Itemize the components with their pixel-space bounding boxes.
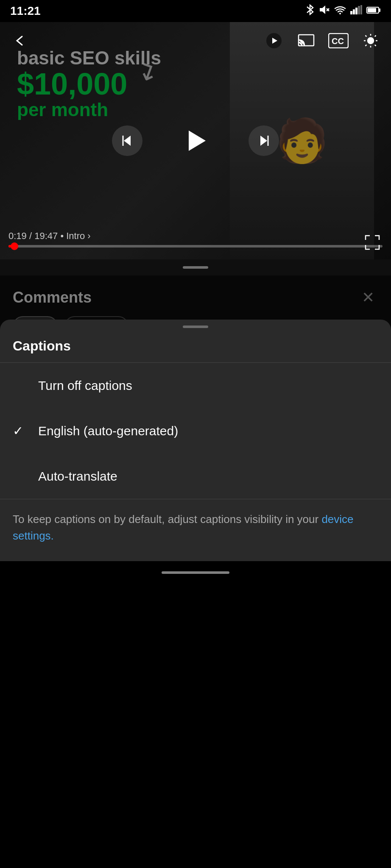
- captions-english-option[interactable]: ✓ English (auto-generated): [0, 408, 391, 453]
- skip-forward-button[interactable]: [249, 125, 279, 156]
- chapter-separator: •: [60, 231, 66, 241]
- captions-footer-text: To keep captions on by default, adjust c…: [13, 513, 321, 526]
- play-toggle-button[interactable]: [262, 29, 286, 53]
- home-indicator-area: [0, 561, 391, 586]
- top-controls: CC: [0, 22, 391, 59]
- captions-autotranslate-label: Auto-translate: [38, 469, 117, 484]
- captions-english-label: English (auto-generated): [38, 424, 178, 438]
- captions-turn-off-label: Turn off captions: [38, 378, 132, 393]
- svg-rect-8: [360, 5, 362, 14]
- captions-header: Captions: [0, 328, 391, 362]
- svg-marker-20: [189, 131, 206, 151]
- wifi-icon: [334, 5, 346, 17]
- signal-icon: [350, 5, 362, 17]
- close-button[interactable]: ✕: [358, 287, 378, 308]
- svg-text:CC: CC: [332, 36, 344, 46]
- video-player: 🧑 ↴ basic SEO skills $10,000 per month: [0, 22, 391, 259]
- battery-icon: [366, 6, 381, 17]
- svg-marker-21: [260, 136, 267, 146]
- sheet-drag-handle-area: [0, 259, 391, 275]
- total-time: 19:47: [34, 231, 58, 241]
- progress-dot: [11, 242, 18, 250]
- time-display: 0:19 / 19:47 • Intro ›: [8, 231, 383, 242]
- status-time: 11:21: [10, 4, 41, 18]
- svg-rect-4: [350, 11, 352, 14]
- svg-rect-11: [379, 8, 380, 12]
- comments-title: Comments: [13, 289, 92, 306]
- chapter-name: Intro: [66, 231, 85, 241]
- svg-rect-5: [353, 9, 355, 14]
- center-controls: [112, 122, 279, 160]
- current-time: 0:19: [8, 231, 27, 241]
- captions-panel: Captions ✓ Turn off captions ✓ English (…: [0, 320, 391, 561]
- chapter-arrow: ›: [87, 231, 90, 241]
- status-icons: [305, 4, 381, 18]
- svg-marker-18: [124, 136, 131, 146]
- svg-point-17: [368, 38, 374, 44]
- drag-handle: [183, 266, 208, 269]
- skip-back-button[interactable]: [112, 125, 142, 156]
- svg-point-3: [339, 13, 341, 14]
- progress-bar[interactable]: [8, 245, 383, 248]
- english-check: ✓: [13, 423, 30, 438]
- svg-marker-0: [320, 6, 325, 14]
- fullscreen-button[interactable]: [362, 232, 383, 253]
- home-indicator: [162, 571, 229, 574]
- time-separator: /: [29, 231, 34, 241]
- main-play-button[interactable]: [176, 122, 215, 160]
- svg-rect-6: [355, 8, 357, 14]
- svg-rect-10: [368, 8, 376, 12]
- cast-button[interactable]: [294, 29, 318, 53]
- comments-header: Comments ✕: [0, 275, 391, 316]
- cc-button[interactable]: CC: [327, 29, 350, 53]
- captions-turn-off-option[interactable]: ✓ Turn off captions: [0, 363, 391, 408]
- svg-rect-7: [358, 6, 360, 14]
- status-bar: 11:21: [0, 0, 391, 22]
- back-button[interactable]: [8, 29, 32, 53]
- settings-button[interactable]: [359, 29, 383, 53]
- mute-icon: [319, 4, 330, 18]
- bottom-controls: 0:19 / 19:47 • Intro ›: [0, 227, 391, 259]
- player-controls: CC: [0, 22, 391, 259]
- comments-section: Comments ✕ Top Newest Remember to keep c…: [0, 275, 391, 561]
- captions-footer: To keep captions on by default, adjust c…: [0, 499, 391, 561]
- captions-autotranslate-option[interactable]: ✓ Auto-translate: [0, 453, 391, 499]
- bluetooth-icon: [305, 4, 315, 18]
